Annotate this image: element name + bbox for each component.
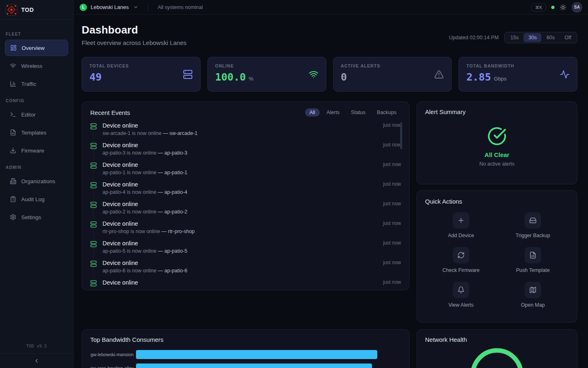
quick-action-open-map[interactable]: Open Map <box>521 282 545 308</box>
server-icon <box>90 260 97 267</box>
app-name: TOD <box>21 7 34 13</box>
event-time: just now <box>383 240 401 246</box>
alert-summary-title: Alert Summary <box>425 108 569 115</box>
sidebar-item-label: Firmware <box>21 148 44 154</box>
alert-detail-text: No active alerts <box>479 161 514 167</box>
event-row[interactable]: Device online just now <box>90 278 401 290</box>
stat-card-online: ONLINE 100.0 % <box>207 57 326 92</box>
refresh-option-60s[interactable]: 60s <box>541 33 559 42</box>
recent-events-panel: Recent Events All Alerts Status Backups … <box>82 101 410 290</box>
live-status-dot <box>551 6 555 9</box>
events-scrollbar-thumb[interactable] <box>400 122 402 149</box>
bandwidth-device-label: gw-lebowski-mansion <box>90 352 136 357</box>
event-title: Device online <box>102 278 377 287</box>
building-icon <box>10 178 16 184</box>
sidebar-nav: FLEET Overview Wireless Traffic CONFIG E… <box>0 20 73 339</box>
event-row[interactable]: Device online ap-patio-5 is now online —… <box>90 239 401 259</box>
event-row[interactable]: Device online sw-arcade-1 is now online … <box>90 121 401 141</box>
gauge-ring <box>470 348 524 368</box>
event-row[interactable]: Device online rtr-pro-shop is now online… <box>90 220 401 239</box>
sidebar-item-editor[interactable]: Editor <box>5 106 68 123</box>
system-status-text: All systems nominal <box>158 4 203 10</box>
stat-label: TOTAL BANDWIDTH <box>466 63 570 68</box>
events-tab-status[interactable]: Status <box>347 108 370 117</box>
events-tab-alerts[interactable]: Alerts <box>322 108 344 117</box>
stat-card-active-alerts: ACTIVE ALERTS 0 <box>333 57 452 92</box>
stat-value: 0 <box>341 71 347 83</box>
sidebar-item-label: Editor <box>21 112 36 118</box>
event-row[interactable]: Device online ap-patio-1 is now online —… <box>90 161 401 180</box>
quick-action-label: Trigger Backup <box>516 233 550 238</box>
event-device: — ap-patio-3 <box>158 150 187 156</box>
sidebar-item-overview[interactable]: Overview <box>5 40 68 56</box>
quick-action-push-template[interactable]: Push Template <box>516 247 550 273</box>
sidebar-item-wireless[interactable]: Wireless <box>5 58 68 74</box>
gear-icon <box>10 214 16 220</box>
quick-action-add-device[interactable]: Add Device <box>448 212 474 238</box>
bandwidth-bar <box>136 350 377 359</box>
app-version: TOD v9.5 <box>0 343 73 353</box>
event-message: ap-patio-6 is now online — ap-patio-6 <box>102 267 377 274</box>
stat-card-total-devices: TOTAL DEVICES 49 <box>82 57 200 92</box>
server-icon <box>90 162 97 168</box>
refresh-option-30s[interactable]: 30s <box>523 33 541 42</box>
stat-card-total-bandwidth: TOTAL BANDWIDTH 2.85 Gbps <box>459 57 577 92</box>
sidebar-item-label: Settings <box>21 214 41 220</box>
quick-action-trigger-backup[interactable]: Trigger Backup <box>516 212 550 238</box>
events-tab-backups[interactable]: Backups <box>372 108 401 117</box>
sidebar-collapse-button[interactable] <box>0 353 73 368</box>
event-title: Device online <box>102 259 377 267</box>
quick-action-check-firmware[interactable]: Check Firmware <box>443 247 480 273</box>
layout-dashboard-icon <box>10 45 17 51</box>
sidebar-item-settings[interactable]: Settings <box>5 209 68 225</box>
event-time: just now <box>383 260 401 265</box>
server-icon <box>90 142 97 149</box>
bandwidth-chart: gw-lebowski-mansion sw-core-bowling-alle… <box>90 350 401 368</box>
nav-section-config: CONFIG Editor Templates Firmware <box>5 99 68 159</box>
command-palette-button[interactable]: ⌘K <box>531 3 546 11</box>
stat-value: 100.0 <box>215 71 246 83</box>
event-device: — rtr-pro-shop <box>162 229 195 234</box>
nav-section-label: FLEET <box>6 32 67 36</box>
event-device: — ap-patio-1 <box>158 170 187 175</box>
sidebar-item-traffic[interactable]: Traffic <box>5 76 68 92</box>
quick-action-view-alerts[interactable]: View Alerts <box>448 282 474 308</box>
sidebar-item-label: Traffic <box>21 81 36 87</box>
quick-action-label: View Alerts <box>448 302 474 308</box>
event-title: Device online <box>102 239 377 247</box>
event-message: ap-patio-3 is now online — ap-patio-3 <box>102 149 377 157</box>
sidebar-item-firmware[interactable]: Firmware <box>5 142 68 159</box>
stat-label: ONLINE <box>215 63 318 68</box>
event-message: ap-patio-1 is now online — ap-patio-1 <box>102 169 377 176</box>
wifi-icon <box>10 63 16 69</box>
events-tab-all[interactable]: All <box>305 108 320 117</box>
quick-actions-grid: Add Device Trigger Backup Check Firmware… <box>425 212 569 308</box>
server-icon <box>183 70 193 79</box>
sidebar-item-label: Wireless <box>21 63 42 69</box>
refresh-option-15s[interactable]: 15s <box>506 33 523 42</box>
theme-toggle-sun-icon[interactable] <box>560 4 566 11</box>
server-icon <box>90 182 97 188</box>
bandwidth-row: gw-lebowski-mansion <box>90 350 401 359</box>
org-selector[interactable]: L Lebowski Lanes <box>80 4 138 11</box>
event-row[interactable]: Device online ap-patio-6 is now online —… <box>90 259 401 278</box>
refresh-icon <box>457 251 465 259</box>
sidebar-item-organizations[interactable]: Organizations <box>5 173 68 189</box>
event-row[interactable]: Device online ap-patio-4 is now online —… <box>90 180 401 200</box>
check-circle-icon <box>487 126 507 146</box>
event-row[interactable]: Device online ap-patio-3 is now online —… <box>90 141 401 161</box>
events-filter-tabs: All Alerts Status Backups <box>305 108 401 117</box>
event-time: just now <box>383 142 401 148</box>
event-row[interactable]: Device online ap-patio-2 is now online —… <box>90 200 401 220</box>
user-avatar[interactable]: SA <box>572 2 582 13</box>
event-title: Device online <box>102 180 377 188</box>
sidebar-item-audit-log[interactable]: Audit Log <box>5 191 68 207</box>
stat-label: TOTAL DEVICES <box>89 63 193 68</box>
refresh-option-off[interactable]: Off <box>560 33 576 42</box>
quick-action-label: Add Device <box>448 233 474 238</box>
org-name: Lebowski Lanes <box>91 4 129 10</box>
sidebar-item-templates[interactable]: Templates <box>5 124 68 141</box>
nav-section-label: CONFIG <box>6 99 67 103</box>
sidebar-item-label: Organizations <box>21 178 55 184</box>
network-health-panel: Network Health 100 <box>416 329 577 368</box>
